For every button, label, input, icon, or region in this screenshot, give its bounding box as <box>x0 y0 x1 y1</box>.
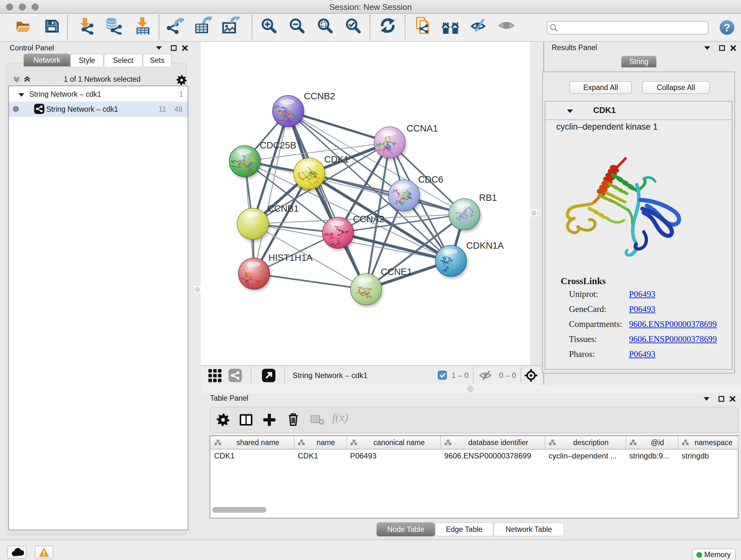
svg-text:RB1: RB1 <box>479 192 497 203</box>
svg-text:CCNE1: CCNE1 <box>381 266 412 277</box>
svg-text:CDKN1A: CDKN1A <box>466 240 504 251</box>
svg-text:CDK1: CDK1 <box>324 154 349 165</box>
svg-text:CCNB1: CCNB1 <box>267 203 299 213</box>
svg-text:HIST1H1A: HIST1H1A <box>268 253 313 263</box>
svg-text:CDC6: CDC6 <box>418 174 443 185</box>
svg-text:CDC25B: CDC25B <box>260 140 296 150</box>
svg-text:CCNA1: CCNA1 <box>407 123 438 133</box>
svg-text:CCNB2: CCNB2 <box>304 91 335 101</box>
svg-text:CCNA2: CCNA2 <box>353 214 384 224</box>
